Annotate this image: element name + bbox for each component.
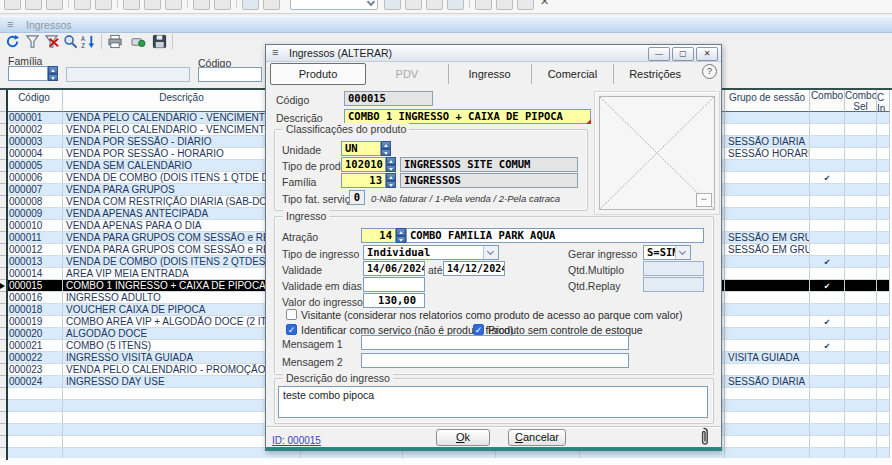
tab-produto[interactable]: Produto [270, 63, 366, 85]
mensagem1-input[interactable] [361, 335, 629, 350]
refresh-icon[interactable] [4, 33, 21, 50]
svg-text:Z: Z [81, 42, 85, 49]
estoque-checkbox[interactable] [473, 324, 484, 335]
required-marker [586, 119, 591, 124]
table-cell [845, 136, 877, 148]
tipo-produto-input[interactable]: 102010 [341, 157, 386, 172]
toolbar-icon-stub[interactable] [496, 0, 513, 10]
tipo-ingresso-select[interactable]: Individual [363, 245, 499, 260]
toolbar-icon-stub[interactable] [447, 0, 464, 10]
toolbar-icon-stub[interactable] [95, 0, 112, 10]
validade-from-input[interactable]: 14/06/2024 [363, 261, 425, 276]
column-header-partial[interactable]: C In [877, 90, 890, 112]
tipo-produto-spinner[interactable] [386, 157, 396, 172]
column-header-combo-sel[interactable]: Combo Sel [845, 90, 877, 112]
ok-button[interactable]: Ok [436, 429, 490, 446]
table-cell [810, 364, 845, 376]
help-icon[interactable]: ? [702, 64, 717, 79]
chevron-down-icon[interactable] [483, 246, 498, 259]
toolbar-icon-stub[interactable] [165, 0, 182, 10]
window-title: Ingressos [26, 19, 72, 31]
print-icon[interactable] [106, 33, 123, 50]
sort-icon[interactable]: AZ [80, 33, 97, 50]
close-window-icon[interactable]: ✕ [540, 0, 549, 8]
mensagem2-input[interactable] [361, 353, 629, 368]
table-cell [877, 304, 890, 316]
validade-dias-input[interactable] [363, 277, 425, 292]
table-cell [877, 316, 890, 328]
table-cell [810, 340, 845, 352]
toolbar-icon-stub[interactable] [25, 0, 42, 10]
toolbar-icon-stub[interactable] [74, 0, 91, 10]
toolbar-icon-stub[interactable] [517, 0, 534, 10]
tab-restrições[interactable]: Restrições [614, 64, 696, 84]
validade-to-input[interactable]: 14/12/2024 [443, 261, 505, 276]
menu-icon[interactable]: ≡ [272, 46, 278, 58]
table-cell [725, 280, 810, 292]
save-icon[interactable] [151, 33, 168, 50]
toolbar-icon-stub[interactable] [123, 0, 140, 10]
toolbar-icon-stub[interactable] [263, 0, 280, 10]
close-icon[interactable]: ✕ [696, 47, 718, 61]
tipo-fat-input[interactable]: 0 [349, 190, 365, 205]
column-header-grupo-sessao[interactable]: Grupo de sessão [725, 90, 810, 112]
familia-spinner[interactable] [386, 173, 396, 188]
toolbar-icon-stub[interactable] [405, 0, 422, 10]
clear-filter-icon[interactable] [43, 33, 60, 50]
chevron-down-icon[interactable] [675, 246, 690, 259]
gerar-ingresso-select[interactable]: S=SIM [643, 245, 691, 260]
servico-checkbox[interactable] [286, 324, 297, 335]
toolbar-icon-stub[interactable] [144, 0, 161, 10]
product-image-placeholder: ••• [599, 96, 715, 210]
familia-input[interactable]: 13 [341, 173, 386, 188]
table-cell [845, 376, 877, 388]
table-cell [877, 400, 890, 412]
toolbar-icon-stub[interactable] [193, 0, 210, 10]
familia-filter-spinner[interactable] [48, 66, 58, 81]
toolbar-icon-stub[interactable] [4, 0, 21, 10]
table-cell [810, 112, 845, 124]
ingresso-group-label: Ingresso [283, 210, 329, 222]
toolbar-combobox[interactable] [290, 0, 378, 10]
visitante-checkbox[interactable] [286, 309, 297, 320]
codigo-filter-input[interactable] [198, 67, 262, 82]
column-header-combo[interactable]: Combo [810, 90, 845, 112]
toolbar-icon-stub[interactable] [242, 0, 259, 10]
export-icon[interactable] [130, 33, 147, 50]
unidade-spinner[interactable] [381, 141, 391, 156]
atracao-spinner[interactable] [396, 228, 406, 243]
table-cell [845, 436, 877, 448]
menu-icon[interactable]: ≡ [7, 18, 13, 30]
table-cell [725, 196, 810, 208]
tipo-fat-label: Tipo fat. serviço [282, 193, 356, 205]
minimize-icon[interactable]: — [648, 47, 670, 61]
toolbar-icon-stub[interactable] [214, 0, 231, 10]
filter-icon[interactable] [24, 33, 41, 50]
tab-comercial[interactable]: Comercial [532, 64, 615, 84]
atracao-input[interactable]: 14 [361, 228, 396, 243]
toolbar-icon-stub[interactable] [475, 0, 492, 10]
table-cell: SESSÃO DIÁRIA [725, 136, 810, 148]
image-browse-button[interactable]: ••• [696, 193, 712, 207]
table-cell: 000012 [6, 244, 63, 256]
familia-filter-input[interactable] [8, 66, 48, 81]
table-cell [6, 412, 63, 424]
table-cell [810, 304, 845, 316]
cancel-button[interactable]: Cancelar [508, 429, 566, 446]
maximize-icon[interactable]: ▢ [672, 47, 694, 61]
valor-ingresso-input[interactable]: 130,00 [363, 293, 425, 308]
tab-ingresso[interactable]: Ingresso [449, 64, 532, 84]
codigo-input[interactable]: 000015 [344, 91, 433, 106]
record-id-link[interactable]: ID: 000015 [272, 435, 321, 446]
paperclip-icon[interactable] [698, 427, 710, 451]
column-header-codigo[interactable]: Código [6, 90, 63, 112]
table-cell [877, 220, 890, 232]
search-icon[interactable] [62, 33, 79, 50]
toolbar-icon-stub[interactable] [426, 0, 443, 10]
toolbar-icon-stub[interactable] [384, 0, 401, 10]
unidade-input[interactable]: UN [341, 141, 381, 156]
descricao-input[interactable]: COMBO 1 INGRESSO + CAIXA DE PIPOCA [344, 109, 591, 124]
dialog-titlebar[interactable]: ≡ Ingressos (ALTERAR) — ▢ ✕ [266, 45, 721, 62]
toolbar-icon-stub[interactable] [46, 0, 63, 10]
descricao-ingresso-textarea[interactable]: teste combo pipoca [278, 386, 708, 418]
